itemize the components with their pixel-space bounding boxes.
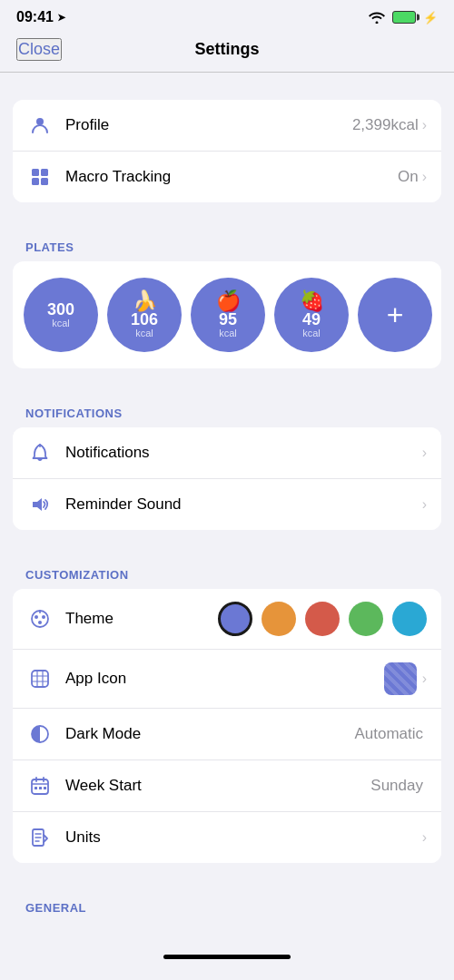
plate-kcal-num-3: 95 xyxy=(219,311,237,329)
section-gap-plates xyxy=(0,202,454,230)
week-start-row[interactable]: Week Start Sunday xyxy=(13,760,441,811)
theme-color-orange[interactable] xyxy=(262,602,296,636)
notifications-section-label: NOTIFICATIONS xyxy=(0,396,454,427)
svg-point-8 xyxy=(35,615,38,619)
notifications-label: Notifications xyxy=(65,444,422,462)
macro-tracking-value: On xyxy=(398,168,419,186)
wifi-icon xyxy=(369,11,385,24)
theme-icon xyxy=(27,606,53,632)
week-start-label: Week Start xyxy=(65,777,370,795)
plate-emoji-4: 🍓 xyxy=(300,291,324,311)
notifications-chevron: › xyxy=(422,445,427,461)
plates-section-label: PLATES xyxy=(0,230,454,261)
svg-rect-12 xyxy=(32,671,48,687)
home-bar xyxy=(163,955,291,959)
units-icon xyxy=(27,825,53,850)
week-start-icon xyxy=(27,773,53,799)
plate-kcal-label-1: kcal xyxy=(52,318,70,328)
theme-color-picker xyxy=(218,602,427,636)
general-section-label: GENERAL xyxy=(0,890,454,922)
status-icons: ⚡ xyxy=(369,11,438,24)
plate-kcal-label-4: kcal xyxy=(302,328,321,338)
units-chevron: › xyxy=(422,829,427,846)
macro-tracking-chevron: › xyxy=(422,169,427,185)
app-icon-label: App Icon xyxy=(65,670,384,688)
profile-chevron: › xyxy=(422,117,427,133)
units-row[interactable]: Units › xyxy=(13,811,441,863)
plates-card: 300 kcal 🍌 106 kcal 🍎 95 kcal 🍓 49 kcal … xyxy=(13,261,441,368)
plate-item-4[interactable]: 🍓 49 kcal xyxy=(274,278,349,352)
status-bar: 09:41 ➤ ⚡ xyxy=(0,0,454,31)
theme-color-purple[interactable] xyxy=(218,602,252,636)
profile-label: Profile xyxy=(65,116,352,134)
profile-row[interactable]: Profile 2,399kcal › xyxy=(13,100,441,151)
svg-rect-22 xyxy=(35,787,37,789)
status-time: 09:41 ➤ xyxy=(16,9,65,25)
plate-item-3[interactable]: 🍎 95 kcal xyxy=(191,278,265,352)
section-gap-general xyxy=(0,863,454,890)
svg-rect-1 xyxy=(32,169,39,176)
add-plate-button[interactable]: + xyxy=(358,278,432,352)
charging-icon: ⚡ xyxy=(423,11,438,24)
battery-fill xyxy=(394,13,411,22)
bell-icon xyxy=(27,440,53,466)
profile-macro-card: Profile 2,399kcal › Macro Tracking On › xyxy=(13,100,441,202)
profile-icon xyxy=(27,113,53,138)
close-button[interactable]: Close xyxy=(16,38,62,61)
dark-mode-label: Dark Mode xyxy=(65,725,354,743)
plate-kcal-num-2: 106 xyxy=(131,311,158,329)
profile-value: 2,399kcal xyxy=(352,116,419,134)
customization-section-label: CUSTOMIZATION xyxy=(0,557,454,589)
plate-item-1[interactable]: 300 kcal xyxy=(24,278,98,352)
svg-rect-3 xyxy=(32,178,39,185)
svg-point-9 xyxy=(42,615,45,619)
notifications-card: Notifications › Reminder Sound › xyxy=(13,427,441,530)
macro-tracking-label: Macro Tracking xyxy=(65,168,398,186)
svg-rect-4 xyxy=(41,178,48,185)
svg-marker-6 xyxy=(33,498,42,511)
time-display: 09:41 xyxy=(16,9,54,25)
theme-color-green[interactable] xyxy=(349,602,383,636)
plate-item-2[interactable]: 🍌 106 kcal xyxy=(107,278,182,352)
customization-card: Theme App Icon › xyxy=(13,589,441,863)
theme-row[interactable]: Theme xyxy=(13,589,441,649)
plate-emoji-3: 🍎 xyxy=(216,291,241,311)
dark-mode-icon xyxy=(27,721,53,747)
speaker-icon xyxy=(27,492,53,517)
add-plate-icon: + xyxy=(387,300,404,329)
plates-row: 300 kcal 🍌 106 kcal 🍎 95 kcal 🍓 49 kcal … xyxy=(24,278,430,352)
plate-kcal-label-3: kcal xyxy=(219,328,237,338)
page-title: Settings xyxy=(195,40,260,59)
battery-icon xyxy=(392,11,416,24)
notifications-row[interactable]: Notifications › xyxy=(13,427,441,478)
units-label: Units xyxy=(65,828,422,847)
macro-tracking-icon xyxy=(27,164,53,190)
plate-kcal-num-4: 49 xyxy=(302,311,321,329)
svg-point-10 xyxy=(38,621,42,624)
app-icon-chevron: › xyxy=(422,671,427,687)
plate-emoji-2: 🍌 xyxy=(133,291,157,311)
macro-tracking-row[interactable]: Macro Tracking On › xyxy=(13,151,441,202)
dark-mode-value: Automatic xyxy=(354,725,423,743)
svg-rect-2 xyxy=(41,169,48,176)
reminder-sound-chevron: › xyxy=(422,496,427,513)
nav-bar: Close Settings xyxy=(0,31,454,73)
theme-color-cyan[interactable] xyxy=(392,602,427,636)
reminder-sound-row[interactable]: Reminder Sound › xyxy=(13,478,441,530)
home-indicator xyxy=(0,940,454,966)
week-start-value: Sunday xyxy=(370,777,423,795)
section-gap-notifications xyxy=(0,368,454,396)
theme-label: Theme xyxy=(65,610,218,628)
svg-rect-23 xyxy=(39,787,42,789)
app-icon-row[interactable]: App Icon › xyxy=(13,649,441,708)
theme-color-red[interactable] xyxy=(305,602,340,636)
section-gap-customization xyxy=(0,530,454,557)
app-icon-icon xyxy=(27,666,53,691)
bottom-spacer xyxy=(0,922,454,940)
app-icon-preview xyxy=(384,662,417,695)
plate-kcal-num-1: 300 xyxy=(47,301,74,319)
reminder-sound-label: Reminder Sound xyxy=(65,495,422,514)
svg-point-0 xyxy=(36,118,44,125)
svg-rect-24 xyxy=(44,787,46,789)
dark-mode-row[interactable]: Dark Mode Automatic xyxy=(13,708,441,760)
